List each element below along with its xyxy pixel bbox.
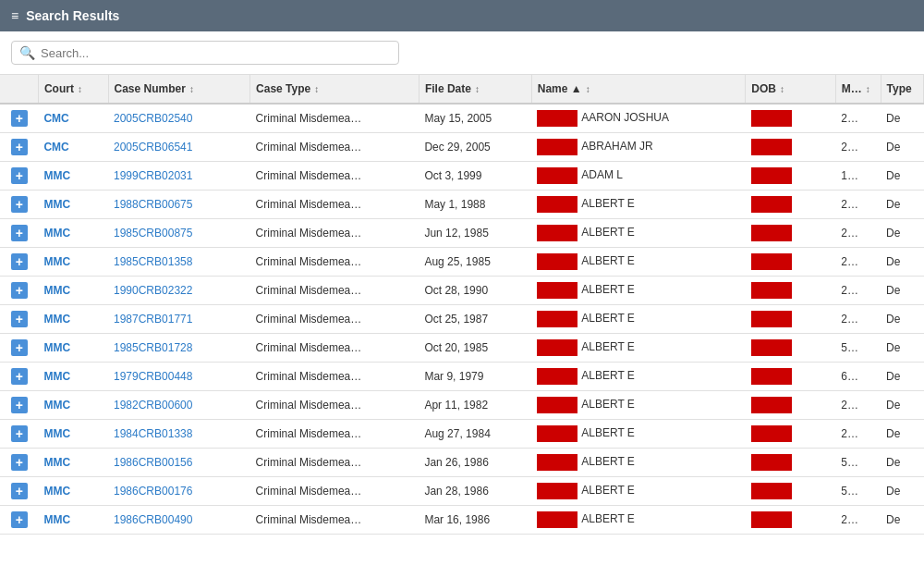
m-cell: 5… <box>835 477 881 506</box>
court-link[interactable]: MMC <box>43 313 70 326</box>
name-cell: ALBERT E <box>531 334 746 363</box>
court-cell: MMC <box>38 477 108 506</box>
court-link[interactable]: CMC <box>43 112 68 125</box>
expand-button[interactable]: + <box>11 196 28 213</box>
expand-cell[interactable]: + <box>0 277 38 305</box>
expand-button[interactable]: + <box>11 425 28 442</box>
dob-cell <box>746 449 836 477</box>
search-input[interactable] <box>41 46 391 60</box>
name-redacted-block <box>537 225 578 241</box>
expand-cell[interactable]: + <box>0 391 38 420</box>
case-number-link[interactable]: 1985CRB00875 <box>114 227 192 240</box>
expand-button[interactable]: + <box>11 110 28 127</box>
expand-cell[interactable]: + <box>0 305 38 334</box>
casetype-cell: Criminal Misdeme​a… <box>250 449 419 477</box>
case-number-link[interactable]: 1982CRB00600 <box>114 399 192 412</box>
expand-cell[interactable]: + <box>0 162 38 191</box>
case-number-link[interactable]: 1987CRB01771 <box>114 313 192 326</box>
type-cell: De <box>881 191 923 219</box>
expand-button[interactable]: + <box>11 368 28 385</box>
col-header-dob[interactable]: DOB↕ <box>746 75 836 104</box>
col-header-court[interactable]: Court↕ <box>38 75 108 104</box>
col-header-name[interactable]: Name ▲↕ <box>531 75 746 104</box>
expand-button[interactable]: + <box>11 397 28 413</box>
case-number-link[interactable]: 1979CRB00448 <box>114 370 192 383</box>
dob-cell <box>746 334 836 363</box>
type-cell: De <box>881 162 923 191</box>
name-redacted-block <box>537 110 578 127</box>
court-link[interactable]: MMC <box>43 427 70 440</box>
case-number-link[interactable]: 1986CRB00176 <box>114 485 192 498</box>
table-row: + MMC 1986CRB00176 Criminal Misdeme​a… J… <box>0 477 924 506</box>
court-cell: MMC <box>38 334 108 363</box>
expand-button[interactable]: + <box>11 511 28 528</box>
case-number-link[interactable]: 2005CRB06541 <box>114 141 192 154</box>
expand-cell[interactable]: + <box>0 363 38 391</box>
expand-cell[interactable]: + <box>0 477 38 506</box>
col-header-casetype[interactable]: Case Type↕ <box>250 75 419 104</box>
court-link[interactable]: MMC <box>43 399 70 412</box>
m-cell: 2… <box>835 219 881 248</box>
filedate-cell: Mar 16, 1986 <box>419 506 531 535</box>
name-cell: ALBERT E <box>531 477 746 506</box>
court-link[interactable]: MMC <box>43 456 70 469</box>
m-cell: 5… <box>835 449 881 477</box>
court-link[interactable]: MMC <box>43 513 70 526</box>
col-header-casenumber[interactable]: Case Number↕ <box>108 75 250 104</box>
case-number-link[interactable]: 1985CRB01728 <box>114 341 192 354</box>
expand-cell[interactable]: + <box>0 219 38 248</box>
expand-cell[interactable]: + <box>0 449 38 477</box>
m-cell: 2… <box>835 506 881 535</box>
table-row: + MMC 1999CRB02031 Criminal Misdeme​a… O… <box>0 162 924 191</box>
expand-cell[interactable]: + <box>0 133 38 162</box>
court-link[interactable]: MMC <box>43 341 70 354</box>
court-cell: CMC <box>38 104 108 133</box>
name-redacted-block <box>537 196 578 213</box>
expand-cell[interactable]: + <box>0 506 38 535</box>
expand-button[interactable]: + <box>11 311 28 327</box>
name-cell: ALBERT E <box>531 191 746 219</box>
filedate-cell: Jun 12, 1985 <box>419 219 531 248</box>
court-link[interactable]: MMC <box>43 485 70 498</box>
expand-button[interactable]: + <box>11 454 28 471</box>
expand-cell[interactable]: + <box>0 191 38 219</box>
case-number-link[interactable]: 2005CRB02540 <box>114 112 192 125</box>
court-link[interactable]: MMC <box>43 227 70 240</box>
case-number-link[interactable]: 1984CRB01338 <box>114 427 192 440</box>
expand-cell[interactable]: + <box>0 104 38 133</box>
case-number-link[interactable]: 1999CRB02031 <box>114 169 192 182</box>
menu-icon: ≡ <box>11 8 18 23</box>
expand-button[interactable]: + <box>11 282 28 299</box>
expand-button[interactable]: + <box>11 339 28 356</box>
col-header-m[interactable]: M…↕ <box>835 75 881 104</box>
expand-cell[interactable]: + <box>0 248 38 277</box>
court-cell: MMC <box>38 363 108 391</box>
court-link[interactable]: MMC <box>43 284 70 297</box>
expand-button[interactable]: + <box>11 483 28 499</box>
case-number-link[interactable]: 1985CRB01358 <box>114 255 192 268</box>
filedate-cell: Oct 25, 1987 <box>419 305 531 334</box>
court-link[interactable]: MMC <box>43 255 70 268</box>
m-cell: 1… <box>835 162 881 191</box>
case-number-link[interactable]: 1986CRB00490 <box>114 513 192 526</box>
court-link[interactable]: MMC <box>43 169 70 182</box>
expand-button[interactable]: + <box>11 225 28 241</box>
case-number-link[interactable]: 1988CRB00675 <box>114 198 192 211</box>
search-icon: 🔍 <box>19 45 35 60</box>
expand-cell[interactable]: + <box>0 420 38 449</box>
expand-button[interactable]: + <box>11 167 28 184</box>
court-link[interactable]: MMC <box>43 370 70 383</box>
m-cell: 6… <box>835 363 881 391</box>
m-cell: 2… <box>835 391 881 420</box>
dob-cell <box>746 305 836 334</box>
col-header-filedate[interactable]: File Date↕ <box>419 75 531 104</box>
court-link[interactable]: MMC <box>43 198 70 211</box>
expand-button[interactable]: + <box>11 139 28 155</box>
case-number-link[interactable]: 1990CRB02322 <box>114 284 192 297</box>
court-link[interactable]: CMC <box>43 141 68 154</box>
casetype-cell: Criminal Misdeme​a… <box>250 248 419 277</box>
case-number-link[interactable]: 1986CRB00156 <box>114 456 192 469</box>
casetype-cell: Criminal Misdeme​a… <box>250 133 419 162</box>
expand-cell[interactable]: + <box>0 334 38 363</box>
expand-button[interactable]: + <box>11 253 28 270</box>
